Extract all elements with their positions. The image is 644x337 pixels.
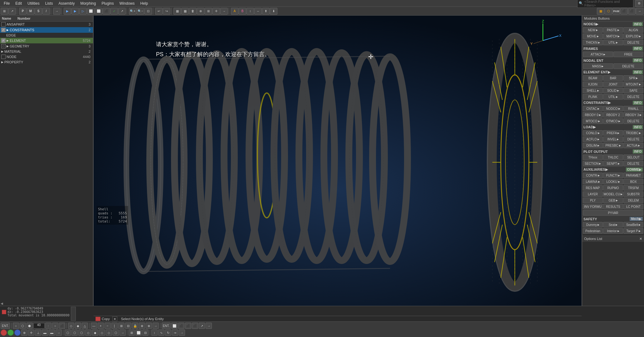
load-delete[interactable]: DELETE xyxy=(623,136,643,142)
btb-box2[interactable]: ⬛ xyxy=(178,323,184,329)
btb-hex2[interactable]: ⬡ xyxy=(71,330,78,336)
nodes-move[interactable]: MOVE xyxy=(583,33,603,39)
btb-color-red[interactable] xyxy=(1,330,7,336)
btb-box4[interactable]: ⬛ xyxy=(192,323,198,329)
load-presbc[interactable]: PRESBC xyxy=(603,143,623,148)
tb-select[interactable]: ↗ xyxy=(8,8,16,15)
menu-utilities[interactable]: Utilities xyxy=(25,1,42,6)
auxiliaries-header[interactable]: AUXILIARIES▶ COMME▶ xyxy=(582,167,644,172)
btb-dia3[interactable]: ◇ xyxy=(99,330,105,336)
btb-dot[interactable]: : xyxy=(45,323,51,329)
btb-triangle[interactable]: △ xyxy=(82,323,88,329)
menu-edit[interactable]: Edit xyxy=(13,1,24,6)
btb-hex1[interactable]: ⬡ xyxy=(65,330,71,336)
btb-box-sel[interactable]: ⬛ xyxy=(59,323,65,329)
plot-thxxx[interactable]: THxxx xyxy=(583,154,603,160)
aux-looku[interactable]: LOOKU xyxy=(603,179,623,184)
plot-senpt[interactable]: SENPT xyxy=(603,161,623,166)
load-dislim[interactable]: DISLIM xyxy=(583,143,603,148)
load-actua[interactable]: ACTUA xyxy=(623,143,643,148)
constr-cntac[interactable]: CNTAC xyxy=(583,106,603,111)
safety-seat[interactable]: Seat xyxy=(603,222,623,227)
safety-pedestrian[interactable]: Pedestrian xyxy=(583,228,603,234)
tree-item-node[interactable]: NODE 4440 xyxy=(0,54,93,60)
tb-zoom-in[interactable]: 🔍+ xyxy=(129,8,136,15)
menu-lists[interactable]: Lists xyxy=(43,1,56,6)
tb-vis3[interactable]: ↕ xyxy=(246,8,254,15)
btb-snap5[interactable]: ⊗ xyxy=(146,323,152,329)
aux-trsfm[interactable]: TRSFM xyxy=(623,185,643,191)
tb-del[interactable]: 🗑 xyxy=(189,8,197,15)
tb-vis6[interactable]: ⬇ xyxy=(270,8,277,15)
btb-snap4[interactable]: ⊕ xyxy=(139,323,145,329)
tb-grid[interactable]: ⊞ xyxy=(1,8,8,15)
aux-lamina[interactable]: LAMINA xyxy=(583,179,603,184)
plot-selout[interactable]: SELOUT xyxy=(623,154,643,160)
aux-box[interactable]: BOX xyxy=(623,179,643,184)
nodal-mass[interactable]: MASS xyxy=(583,63,613,69)
status-scrollbar[interactable] xyxy=(71,307,76,321)
menu-help[interactable]: Help xyxy=(138,1,150,6)
constr-mtoco[interactable]: MTOCO xyxy=(583,118,603,124)
btb-grid2[interactable]: ⊞ xyxy=(118,323,124,329)
elem-beam[interactable]: BEAM xyxy=(583,75,603,81)
plot-thloc[interactable]: THLOC xyxy=(603,154,623,160)
btb-elem[interactable]: ⬡ xyxy=(20,323,26,329)
settings-icon[interactable]: ⚙ xyxy=(635,0,643,7)
aux-ply[interactable]: PLY xyxy=(583,198,603,203)
elem-solid[interactable]: SOLID xyxy=(603,88,623,93)
nodal-ent-info[interactable]: INFO xyxy=(633,58,643,62)
nodes-new[interactable]: NEW xyxy=(583,27,603,33)
constraints-header[interactable]: CONSTRAINTS▶ INFO xyxy=(582,100,644,105)
menu-windows[interactable]: Windows xyxy=(117,1,137,6)
tb-p[interactable]: P xyxy=(19,8,27,15)
btb-color3[interactable]: ⊥ xyxy=(35,330,41,336)
load-header[interactable]: LOAD▶ INFO xyxy=(582,125,644,130)
btb-lock[interactable]: 🔒 xyxy=(132,323,138,329)
btb-arrow4[interactable]: → xyxy=(120,330,126,336)
node-check[interactable] xyxy=(1,55,6,59)
tb-right1[interactable]: ▦ xyxy=(597,8,604,15)
btb-sym1[interactable]: ↕ xyxy=(151,330,158,336)
constraints-info[interactable]: INFO xyxy=(633,101,643,105)
btb-minus[interactable]: − xyxy=(105,323,111,329)
plot-section[interactable]: SECTION xyxy=(583,161,603,166)
aux-results[interactable]: RESULTS xyxy=(603,204,623,209)
btb-arr1[interactable]: ↗ xyxy=(199,323,205,329)
tb-vis2[interactable]: B xyxy=(239,8,246,15)
tree-item-property[interactable]: ▶ PROPERTY 2 xyxy=(0,60,93,65)
safety-targetp[interactable]: Target P xyxy=(623,228,643,234)
tree-item-constraints[interactable]: ✓ ▶ CONSTRAINTS 2 xyxy=(0,27,93,33)
btb-node[interactable]: ○ xyxy=(13,323,19,329)
tb-right2[interactable]: ⬡ xyxy=(605,8,612,15)
plot-delete[interactable]: DELETE xyxy=(623,161,643,166)
tb-run5[interactable]: ⬜ xyxy=(95,8,102,15)
load-info[interactable]: INFO xyxy=(633,125,643,129)
btb-box1[interactable]: ⬜ xyxy=(171,323,178,329)
tb-pam[interactable]: PAM xyxy=(612,8,620,15)
element-check[interactable]: ✓ xyxy=(1,38,6,43)
tree-item-geometry[interactable]: □ ▶ GEOMETRY 3 xyxy=(0,43,93,49)
btb-plus[interactable]: + xyxy=(98,323,104,329)
tb-right6[interactable]: → xyxy=(636,8,643,15)
aux-modelcu[interactable]: MODEL CU xyxy=(603,191,623,197)
tb-zoom-out[interactable]: 🔍− xyxy=(137,8,144,15)
frames-header[interactable]: FRAMES INFO xyxy=(582,46,644,51)
btb-ent[interactable]: ENT. xyxy=(1,323,10,329)
tb-i[interactable]: I xyxy=(42,8,50,15)
btb-bar1[interactable]: ▬ xyxy=(42,330,48,336)
btb-bar2[interactable]: ▬ xyxy=(49,330,55,336)
tb-right5[interactable]: ⬛ xyxy=(628,8,636,15)
btb-circle-sel[interactable]: ○ xyxy=(52,323,58,329)
copy-btn[interactable] xyxy=(95,317,100,321)
load-tr3dbc[interactable]: TR3DBC xyxy=(623,130,643,136)
load-invel[interactable]: INVEL xyxy=(603,136,623,142)
nodes-delete[interactable]: DELETE xyxy=(623,40,643,45)
safety-seatbelt[interactable]: SeatBelt xyxy=(623,222,643,227)
frames-attach[interactable]: ATTACH xyxy=(583,51,613,57)
geometry-check[interactable]: □ xyxy=(1,44,6,48)
aux-rupmo[interactable]: RUPMO xyxy=(603,185,623,191)
element-ent-header[interactable]: ELEMENT ENT▶ INFO xyxy=(582,70,644,75)
tree-item-element[interactable]: ✓ ▶ ELEMENT 5724 xyxy=(0,38,93,43)
frames-free[interactable]: FREE xyxy=(613,51,644,57)
